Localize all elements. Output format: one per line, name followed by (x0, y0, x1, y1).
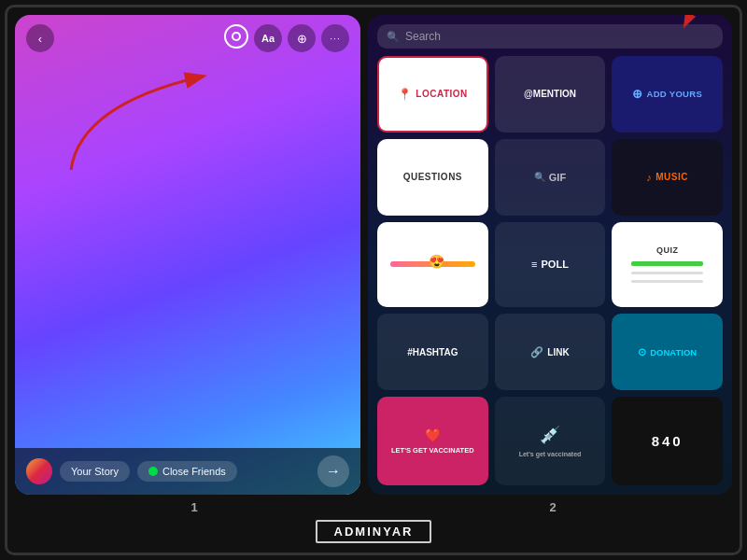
sticker-icon[interactable]: ⊕ (288, 24, 316, 52)
search-icon: 🔍 (387, 31, 400, 43)
link-label: LINK (547, 347, 569, 357)
sticker-donation[interactable]: ⊙ DONATION (612, 314, 723, 390)
vaccine2-label: Let's get vaccinated (519, 451, 582, 457)
sticker-gif[interactable]: 🔍 GIF (495, 139, 606, 216)
your-story-label: Your Story (71, 466, 119, 477)
panel-labels: 1 2 (15, 495, 732, 516)
panel1: ‹ Aa ⊕ ··· (15, 15, 360, 495)
avatar (26, 458, 52, 484)
close-friends-label: Close Friends (162, 466, 226, 477)
green-dot (148, 467, 158, 476)
poll-label: POLL (542, 259, 569, 270)
location-label: LOCATION (416, 89, 467, 99)
sticker-vaccine2[interactable]: 💉 Let's get vaccinated (495, 397, 606, 485)
donation-icon: ⊙ (638, 346, 646, 358)
addyours-label: ADD YOURS (647, 89, 703, 99)
search-arrow (667, 15, 713, 29)
text-icon[interactable]: Aa (254, 24, 282, 52)
panels-row: ‹ Aa ⊕ ··· (15, 15, 732, 495)
panel2-number: 2 (549, 500, 556, 514)
hashtag-label: #HASHTAG (407, 347, 458, 357)
poll-icon: ≡ (531, 259, 537, 270)
countdown-label: 840 (652, 433, 684, 449)
sticker-questions[interactable]: QUESTIONS (377, 139, 488, 216)
sticker-hashtag[interactable]: #HASHTAG (377, 314, 488, 390)
panel1-content (15, 58, 360, 448)
bottom-bar: ADMINYAR (15, 516, 732, 545)
slider-emoji: 😍 (429, 254, 444, 269)
sticker-countdown[interactable]: 840 (612, 397, 723, 485)
music-note-icon: ♪ (646, 172, 652, 183)
location-pin-icon: 📍 (398, 88, 413, 101)
questions-label: QUESTIONS (403, 172, 462, 182)
back-button[interactable]: ‹ (26, 24, 54, 52)
panel1-topbar: ‹ Aa ⊕ ··· (15, 15, 360, 58)
addyours-icon: ⊕ (632, 87, 642, 101)
search-bar[interactable]: 🔍 Search (377, 24, 723, 49)
vaccinated-label: LET'S GET VACCINATED (391, 446, 474, 455)
sticker-addyours[interactable]: ⊕ ADD YOURS (612, 56, 723, 133)
sticker-slider[interactable]: 😍 (377, 222, 488, 308)
sticker-link[interactable]: 🔗 LINK (495, 314, 606, 390)
adminyar-badge: ADMINYAR (316, 520, 432, 543)
music-label: MUSIC (655, 172, 688, 182)
your-story-button[interactable]: Your Story (60, 461, 130, 482)
more-icon[interactable]: ··· (321, 24, 349, 52)
gif-search-icon: 🔍 (534, 172, 545, 182)
mention-label: @MENTION (524, 89, 576, 99)
quiz-bar2 (631, 272, 703, 274)
sticker-grid: 📍 LOCATION @MENTION ⊕ ADD YOURS QUESTION… (377, 56, 723, 485)
panel1-number: 1 (190, 500, 197, 514)
sticker-music[interactable]: ♪ MUSIC (612, 139, 723, 216)
quiz-label: QUIZ (656, 245, 679, 255)
next-button[interactable]: → (317, 455, 349, 487)
sticker-poll[interactable]: ≡ POLL (495, 222, 606, 308)
panel1-bottom: Your Story Close Friends → (15, 448, 360, 495)
quiz-bar3 (631, 280, 703, 283)
circle-icon[interactable] (224, 24, 248, 49)
link-icon: 🔗 (530, 346, 543, 358)
slider-track: 😍 (390, 261, 475, 267)
toolbar-icons: Aa ⊕ ··· (224, 24, 349, 52)
sticker-quiz[interactable]: QUIZ (612, 222, 723, 308)
panel2: 🔍 Search 📍 LOCATION (368, 15, 732, 495)
donation-label: DONATION (650, 347, 697, 357)
outer-frame: ‹ Aa ⊕ ··· (5, 5, 742, 555)
brand-label: ADMINYAR (334, 525, 414, 539)
search-placeholder: Search (405, 30, 441, 43)
close-friends-button[interactable]: Close Friends (137, 461, 237, 482)
arrow-annotation (62, 67, 230, 179)
sticker-location[interactable]: 📍 LOCATION (377, 56, 488, 133)
sticker-mention[interactable]: @MENTION (495, 56, 606, 133)
quiz-bar (631, 261, 703, 266)
gif-label: GIF (549, 172, 566, 183)
syringe-icon: 💉 (540, 425, 560, 445)
heart-icon: ❤️ (425, 427, 441, 442)
sticker-vaccinated[interactable]: ❤️ LET'S GET VACCINATED (377, 397, 488, 485)
